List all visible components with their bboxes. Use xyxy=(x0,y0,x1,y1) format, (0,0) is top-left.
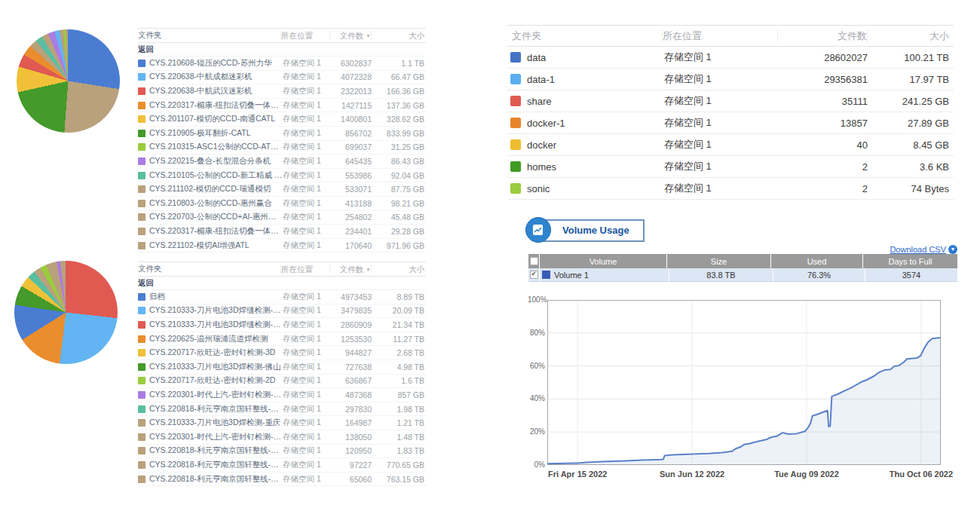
size-cell: 3.6 KB xyxy=(868,161,954,173)
table-row[interactable]: CYS.201107-模切的CCD-南通CATL存储空间 11400801328… xyxy=(138,112,426,127)
folder-name: CYS.220625-温州瑞浦流道焊检测 xyxy=(149,334,268,344)
folder-name-cell: CYS.201107-模切的CCD-南通CATL xyxy=(138,114,283,124)
size-cell: 92.04 GB xyxy=(372,171,426,180)
column-header-size[interactable]: 大小 xyxy=(371,265,426,274)
volume-row[interactable]: ✔Volume 183.8 TB76.3%3574 xyxy=(528,268,958,282)
table-row[interactable]: docker存储空间 1408.45 GB xyxy=(507,134,954,156)
table-row[interactable]: CYS.211102-模切的CCD-瑞通模切存储空间 153307187.75 … xyxy=(138,182,426,197)
legend-color-chip xyxy=(138,419,145,427)
table-row[interactable]: CYS.220625-温州瑞浦流道焊检测存储空间 1125353011.27 T… xyxy=(138,332,426,347)
back-link[interactable]: 返回 xyxy=(138,43,426,57)
days-to-full-cell: 3574 xyxy=(865,268,958,282)
table-row[interactable]: CYS.220818-利元亨南京国轩整线-顶盖激光焊接-...存储空间 1972… xyxy=(138,458,426,473)
legend-color-chip xyxy=(138,172,145,179)
legend-color-chip xyxy=(138,349,145,356)
legend-color-chip xyxy=(138,335,145,343)
volume-usage-chart: 0%20%40%60%80%100%Fri Apr 15 2022Sun Jun… xyxy=(528,290,959,505)
folder-name: data xyxy=(527,52,546,63)
file-count-cell: 553986 xyxy=(331,171,372,180)
table-row[interactable]: CYS.220818-利元亨南京国轩整线-质量焊-2D存储空间 11209501… xyxy=(138,445,426,459)
table-row[interactable]: CYS.221102-模切AI增强ATL存储空间 1170640971.96 G… xyxy=(138,239,426,253)
volume-size-cell: 83.8 TB xyxy=(669,268,773,282)
location-cell: 存储空间 1 xyxy=(283,184,331,194)
table-row[interactable]: homes存储空间 123.6 KB xyxy=(507,156,954,178)
column-header-location[interactable]: 所在位置 xyxy=(280,31,329,40)
table-row[interactable]: CYS.220215-叠合-长型混合分条机存储空间 164543586.43 G… xyxy=(138,154,426,169)
table-row[interactable]: CYS.210608-辊压的CCD-苏州力华存储空间 163028371.1 T… xyxy=(138,57,426,71)
checkbox-checked-icon: ✔ xyxy=(530,271,538,279)
file-count-cell: 487368 xyxy=(331,390,372,399)
back-link[interactable]: 返回 xyxy=(138,277,426,290)
folder-name-cell: CYS.210608-辊压的CCD-苏州力华 xyxy=(138,58,283,69)
column-header-size[interactable]: 大小 xyxy=(867,29,954,42)
table-row[interactable]: CYS.220717-欣旺达-密封钉检测-2D存储空间 16368671.6 T… xyxy=(138,375,426,389)
folder-name: CYS.210333-刀片电池3D焊缝检测-无为-2期 xyxy=(149,305,283,316)
column-header-location[interactable]: 所在位置 xyxy=(662,29,777,42)
table-row[interactable]: CYS.220301-时代上汽-密封钉检测-2D存储空间 11380501.48… xyxy=(138,430,426,445)
folder-name: CYS.210315-ASC1公制的CCD-ATL公制机 xyxy=(149,142,283,152)
column-header-location[interactable]: 所在位置 xyxy=(280,265,329,274)
legend-color-chip xyxy=(138,377,145,384)
table-row[interactable]: CYS.210105-公制的CCD-新工精威 (兰溪)存储空间 15539869… xyxy=(138,169,426,183)
download-csv-link[interactable]: Download CSV ▼ xyxy=(890,245,957,254)
table-row[interactable]: CYS.220717-欣旺达-密封钉检测-3D存储空间 19448272.68 … xyxy=(138,346,426,360)
folder-name-cell: CYS.221102-模切AI增强ATL xyxy=(138,240,283,251)
file-count-cell: 1400801 xyxy=(331,115,372,124)
folder-name: CYS.220215-叠合-长型混合分条机 xyxy=(149,156,271,167)
table-row[interactable]: CYS.220317-楣康-纽扣法切叠一体机-定位存储空间 123440129.… xyxy=(138,225,426,239)
table-row[interactable]: CYS.210333-刀片电池3D焊检测-重庆存储空间 11649871.21 … xyxy=(138,416,426,430)
table-row[interactable]: data-1存储空间 12935638117.97 TB xyxy=(507,69,954,90)
column-header-size[interactable]: 大小 xyxy=(371,31,426,40)
folder-name-cell: CYS.220703-公制的CCD+AI-惠州赢合 xyxy=(138,212,283,222)
column-header-count[interactable]: 文件数 xyxy=(777,29,867,42)
folder-name: CYS.220301-时代上汽-密封钉检测-2D xyxy=(149,432,283,442)
table-row[interactable]: CYS.210905-极耳翻折-CATL存储空间 1856702833.99 G… xyxy=(138,127,426,141)
table-row[interactable]: 归档存储空间 149734538.89 TB xyxy=(138,290,426,304)
folder-name-cell: CYS.220818-利元亨南京国轩整线-顶盖激光焊接-... xyxy=(138,460,283,470)
table-row[interactable]: CYS.210333-刀片电池3D焊缝检测-无为-2期存储空间 13479835… xyxy=(138,304,426,319)
file-count-cell: 29356381 xyxy=(779,74,868,85)
legend-color-chip xyxy=(138,307,145,314)
table-row[interactable]: CYS.220638-中航武汉迷彩机存储空间 12322013166.36 GB xyxy=(138,84,426,99)
folder-name-cell: CYS.220638-中航武汉迷彩机 xyxy=(138,86,283,96)
volume-table: Volume Size Used Days to Full ✔Volume 18… xyxy=(528,254,958,282)
location-cell: 存储空间 1 xyxy=(664,72,779,86)
size-cell: 11.27 TB xyxy=(372,335,426,344)
size-cell: 1.6 TB xyxy=(372,376,426,385)
folder-name: CYS.211102-模切的CCD-瑞通模切 xyxy=(149,184,271,194)
column-header-folder[interactable]: 文件夹 xyxy=(507,29,662,43)
table-row[interactable]: share存储空间 135111241.25 GB xyxy=(507,90,954,112)
size-cell: 1.21 TB xyxy=(372,418,426,427)
column-header-count[interactable]: 文件数▼ xyxy=(329,265,371,274)
folder-name-cell: sonic xyxy=(507,183,664,194)
table-row[interactable]: CYS.220317-楣康-纽扣法切叠一体机-缺陷检测存储空间 11427115… xyxy=(138,99,426,113)
location-cell: 存储空间 1 xyxy=(283,375,331,386)
table-row[interactable]: CYS.220703-公制的CCD+AI-惠州赢合存储空间 125480245.… xyxy=(138,211,426,225)
table-row[interactable]: CYS.220638-中航成都迷彩机存储空间 1407232866.47 GB xyxy=(138,71,426,85)
table-body: 归档存储空间 149734538.89 TBCYS.210333-刀片电池3D焊… xyxy=(138,290,426,486)
folder-name: CYS.210333-刀片电池3D焊缝检测-宁乡 xyxy=(149,320,283,330)
table-row[interactable]: CYS.210803-公制的CCD-惠州赢合存储空间 141318898.21 … xyxy=(138,197,426,211)
table-row[interactable]: CYS.210315-ASC1公制的CCD-ATL公制机存储空间 1699037… xyxy=(138,141,426,155)
table-row[interactable]: CYS.220301-时代上汽-密封钉检测-3D存储空间 1487368857 … xyxy=(138,388,426,402)
table-row[interactable]: data存储空间 128602027100.21 TB xyxy=(507,47,954,69)
table-row[interactable]: docker-1存储空间 11385727.89 GB xyxy=(507,112,954,134)
column-header-folder[interactable]: 文件夹 xyxy=(138,30,280,41)
location-cell: 存储空间 1 xyxy=(283,128,331,139)
table-row[interactable]: CYS.220818-利元亨南京国轩整线-质量焊-3D存储空间 12978301… xyxy=(138,402,426,417)
size-cell: 45.48 GB xyxy=(372,213,426,222)
row-checkbox[interactable]: ✔ xyxy=(528,268,540,282)
folder-name: CYS.220818-利元亨南京国轩整线-顶盖激光焊接-... xyxy=(149,460,283,470)
file-count-cell: 40 xyxy=(779,139,868,151)
table-row[interactable]: CYS.210333-刀片电池3D焊缝检测-宁乡存储空间 1286090921.… xyxy=(138,318,426,332)
select-all-checkbox[interactable] xyxy=(528,254,540,268)
size-cell: 770.65 GB xyxy=(372,460,426,470)
column-header-folder[interactable]: 文件夹 xyxy=(138,264,280,274)
file-count-cell: 297830 xyxy=(331,405,372,414)
table-row[interactable]: sonic存储空间 1274 Bytes xyxy=(507,178,954,200)
table-row[interactable]: CYS.220818-利元亨南京国轩整线-密封钉存储空间 165060763.1… xyxy=(138,473,426,487)
legend-color-chip xyxy=(510,96,521,106)
legend-color-chip xyxy=(138,102,145,109)
table-row[interactable]: CYS.210333-刀片电池3D焊检测-佛山存储空间 17276384.98 … xyxy=(138,360,426,375)
column-header-count[interactable]: 文件数▼ xyxy=(329,31,371,40)
